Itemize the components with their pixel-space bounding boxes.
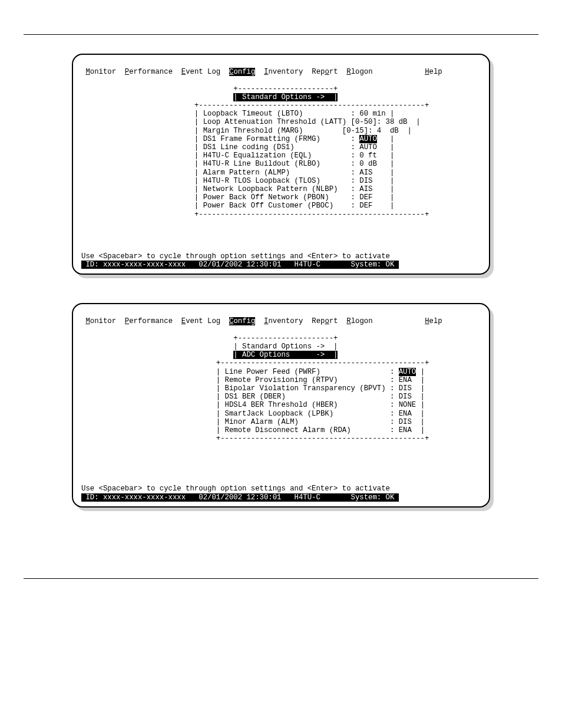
option-row[interactable]: | Loopback Timeout (LBTO) : 60 min | xyxy=(81,110,394,118)
menu-event-log[interactable]: Event Log xyxy=(181,68,220,76)
option-row[interactable]: | Remote Provisioning (RTPV) : ENA | xyxy=(81,376,425,384)
menu-bar: Monitor Performance Event Log Config Inv… xyxy=(81,317,481,325)
submenu-border-top: +----------------------+ xyxy=(81,334,338,342)
option-row[interactable]: | H4TU-R Line Buildout (RLBO) : 0 dB | xyxy=(81,160,394,168)
menu-event-log[interactable]: Event Log xyxy=(181,317,220,325)
hint-line: Use <Spacebar> to cycle through option s… xyxy=(81,252,390,261)
option-row[interactable]: | DS1 Frame Formatting (FRMG) : AUTO | xyxy=(81,135,394,143)
page-header xyxy=(24,24,538,35)
menu-monitor[interactable]: Monitor xyxy=(85,68,116,76)
box-top: +---------------------------------------… xyxy=(81,101,429,110)
box-bottom: +---------------------------------------… xyxy=(81,434,429,443)
submenu-adc-options[interactable]: | ADC Options -> | xyxy=(81,351,338,359)
menu-monitor[interactable]: Monitor xyxy=(85,317,116,325)
option-row[interactable]: | H4TU-R TLOS Loopback (TLOS) : DIS | xyxy=(81,177,394,185)
option-row[interactable]: | DS1 BER (DBER) : DIS | xyxy=(81,393,425,401)
terminal-screenshot-2: Monitor Performance Event Log Config Inv… xyxy=(72,303,490,508)
status-bar: ID: xxxx-xxxx-xxxx-xxxx 02/01/2002 12:30… xyxy=(81,261,481,269)
option-row[interactable]: | H4TU-C Equalization (EQL) : 0 ft | xyxy=(81,151,394,160)
page-footer xyxy=(24,578,538,582)
submenu-standard-options[interactable]: | Standard Options -> | xyxy=(81,93,338,101)
menu-rlogon[interactable]: Rlogon xyxy=(346,68,372,76)
hint-line: Use <Spacebar> to cycle through option s… xyxy=(81,485,390,493)
box-bottom: +---------------------------------------… xyxy=(81,210,429,219)
menu-help[interactable]: Help xyxy=(425,68,442,76)
option-row[interactable]: | Margin Threshold (MARG) [0-15]: 4 dB | xyxy=(81,127,412,135)
option-row[interactable]: | Power Back Off Customer (PBOC) : DEF | xyxy=(81,202,394,210)
menu-report[interactable]: Report xyxy=(312,68,338,76)
menu-performance[interactable]: Performance xyxy=(125,68,173,76)
submenu-standard-options[interactable]: | Standard Options -> | xyxy=(81,342,338,351)
menu-config[interactable]: Config xyxy=(229,317,255,325)
terminal-screenshot-1: Monitor Performance Event Log Config Inv… xyxy=(72,54,490,275)
section-title-2 xyxy=(24,292,538,299)
status-bar: ID: xxxx-xxxx-xxxx-xxxx 02/01/2002 12:30… xyxy=(81,493,481,502)
option-row[interactable]: | Bipolar Violation Transparency (BPVT) … xyxy=(81,384,425,393)
option-row[interactable]: | HDSL4 BER Threshold (HBER) : NONE | xyxy=(81,401,425,409)
menu-help[interactable]: Help xyxy=(425,317,442,325)
submenu-border-top: +----------------------+ xyxy=(81,85,338,93)
option-row[interactable]: | Alarm Pattern (ALMP) : AIS | xyxy=(81,169,394,177)
menu-rlogon[interactable]: Rlogon xyxy=(346,317,372,325)
option-row[interactable]: | Line Power Feed (PWRF) : AUTO | xyxy=(81,368,425,376)
section-title-1 xyxy=(24,43,538,50)
option-row[interactable]: | Loop Attenuation Threshold (LATT) [0-5… xyxy=(81,118,421,126)
menu-inventory[interactable]: Inventory xyxy=(264,317,303,325)
menu-inventory[interactable]: Inventory xyxy=(264,68,303,76)
option-row[interactable]: | Remote Disconnect Alarm (RDA) : ENA | xyxy=(81,426,425,434)
menu-report[interactable]: Report xyxy=(312,317,338,325)
menu-config[interactable]: Config xyxy=(229,68,255,76)
option-row[interactable]: | SmartJack Loopback (LPBK) : ENA | xyxy=(81,410,425,418)
menu-performance[interactable]: Performance xyxy=(125,317,173,325)
option-row[interactable]: | DS1 Line coding (DS1) : AUTO | xyxy=(81,143,394,151)
option-row[interactable]: | Minor Alarm (ALM) : DIS | xyxy=(81,418,425,426)
box-top: +---------------------------------------… xyxy=(81,359,429,367)
option-row[interactable]: | Network Loopback Pattern (NLBP) : AIS … xyxy=(81,185,394,193)
option-row[interactable]: | Power Back Off Network (PBON) : DEF | xyxy=(81,193,394,202)
menu-bar: Monitor Performance Event Log Config Inv… xyxy=(81,68,481,76)
